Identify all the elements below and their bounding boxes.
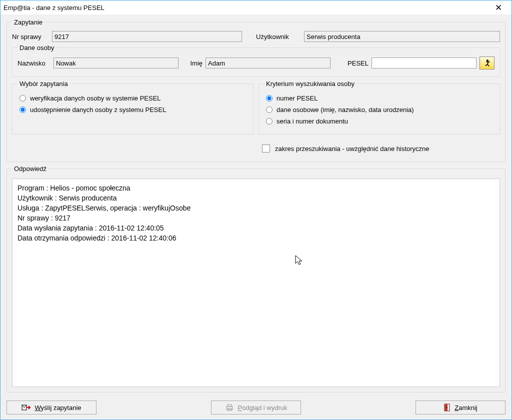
preview-print-button[interactable]: Podgląd i wydruk <box>211 400 301 414</box>
legend-dane-osoby: Dane osoby <box>18 44 56 52</box>
group-odpowiedz: Odpowiedź Program : Helios - pomoc społe… <box>6 165 506 392</box>
person-run-icon <box>483 59 491 67</box>
client-area: Zapytanie Nr sprawy Użytkownik Dane osob… <box>0 14 512 420</box>
run-lookup-button[interactable] <box>480 56 494 70</box>
label-uzytkownik: Użytkownik <box>256 33 301 40</box>
window-title: Emp@tia - dane z systemu PESEL <box>4 4 488 12</box>
send-query-label-ul: W <box>34 404 40 412</box>
app-window: Emp@tia - dane z systemu PESEL ✕ Zapytan… <box>0 0 512 420</box>
legend-kryterium: Kryterium wyszukiwania osoby <box>264 80 356 88</box>
group-kryterium: Kryterium wyszukiwania osoby numer PESEL… <box>258 80 500 134</box>
checkbox-zakres-label: zakres przeszukiwania - uwzględnić dane … <box>275 145 430 152</box>
group-zapytanie: Zapytanie Nr sprawy Użytkownik Dane osob… <box>6 18 506 162</box>
input-uzytkownik[interactable] <box>304 31 500 42</box>
legend-wybor: Wybór zapytania <box>18 80 70 88</box>
input-nazwisko[interactable] <box>54 58 178 68</box>
radio-weryfikacja-input[interactable] <box>20 95 26 102</box>
radio-seria-dokumentu-label: seria i numer dokumentu <box>276 118 348 125</box>
radio-dane-osobowe-label: dane osobowe (imię, nazwisko, data urodz… <box>276 106 414 114</box>
titlebar: Emp@tia - dane z systemu PESEL ✕ <box>0 0 512 14</box>
radio-dane-osobowe[interactable]: dane osobowe (imię, nazwisko, data urodz… <box>266 106 492 114</box>
radio-weryfikacja[interactable]: weryfikacja danych osoby w systemie PESE… <box>20 94 246 102</box>
printer-icon <box>225 404 234 411</box>
send-icon <box>22 404 30 411</box>
close-window-label-ul: Z <box>454 404 458 412</box>
radio-weryfikacja-label: weryfikacja danych osoby w systemie PESE… <box>30 94 161 102</box>
input-imie[interactable] <box>206 58 330 68</box>
close-window-button[interactable]: Zamknij <box>416 400 506 414</box>
label-imie: Imię <box>184 60 202 67</box>
group-dane-osoby: Dane osoby Nazwisko Imię PESEL <box>12 44 500 77</box>
button-bar: Wyślij zapytanie Podgląd i wydruk Zamkni <box>6 400 506 414</box>
svg-point-0 <box>486 60 488 62</box>
close-icon: ✕ <box>495 2 502 13</box>
preview-print-label-rest: odgląd i wydruk <box>242 404 287 412</box>
label-nr-sprawy: Nr sprawy <box>12 33 49 40</box>
close-button[interactable]: ✕ <box>488 2 508 14</box>
door-icon <box>444 404 450 412</box>
response-text[interactable]: Program : Helios - pomoc społeczna Użytk… <box>12 178 500 387</box>
legend-zapytanie: Zapytanie <box>12 18 44 26</box>
radio-udostepnienie-label: udostępnienie danych osoby z systemu PES… <box>30 106 166 114</box>
radio-seria-dokumentu-input[interactable] <box>266 118 272 124</box>
radio-numer-pesel-label: numer PESEL <box>276 94 318 102</box>
radio-numer-pesel-input[interactable] <box>266 95 272 102</box>
svg-rect-3 <box>228 404 232 406</box>
label-nazwisko: Nazwisko <box>18 60 50 67</box>
radio-dane-osobowe-input[interactable] <box>266 106 272 113</box>
svg-point-7 <box>446 407 448 408</box>
radio-numer-pesel[interactable]: numer PESEL <box>266 94 492 102</box>
input-pesel[interactable] <box>372 58 476 68</box>
input-nr-sprawy[interactable] <box>52 31 242 42</box>
close-window-label-rest: amknij <box>458 404 478 412</box>
legend-odpowiedz: Odpowiedź <box>12 165 48 172</box>
radio-udostepnienie[interactable]: udostępnienie danych osoby z systemu PES… <box>20 106 246 114</box>
send-query-label-rest: yślij zapytanie <box>41 404 82 412</box>
checkbox-zakres[interactable] <box>262 144 270 152</box>
label-pesel: PESEL <box>338 60 368 67</box>
group-wybor-zapytania: Wybór zapytania weryfikacja danych osoby… <box>12 80 254 134</box>
preview-print-label-ul: P <box>238 404 242 412</box>
radio-udostepnienie-input[interactable] <box>20 106 26 113</box>
radio-seria-dokumentu[interactable]: seria i numer dokumentu <box>266 118 492 125</box>
send-query-button[interactable]: Wyślij zapytanie <box>6 400 96 414</box>
